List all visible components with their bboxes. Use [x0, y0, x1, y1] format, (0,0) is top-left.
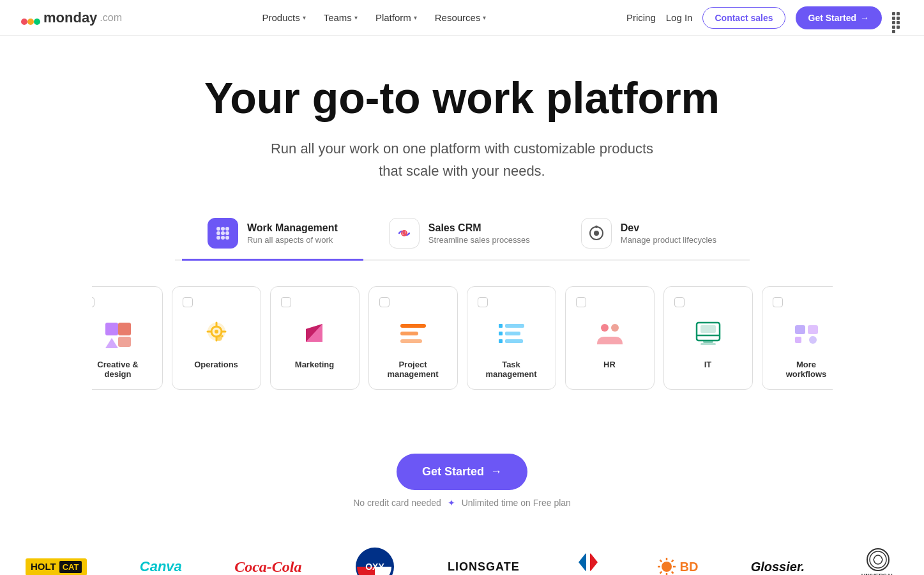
card-icon-project [379, 314, 447, 353]
card-label-marketing: Marketing [281, 360, 349, 369]
svg-rect-16 [118, 323, 131, 335]
svg-point-51 [809, 336, 817, 344]
svg-text:OXY: OXY [365, 562, 384, 572]
svg-rect-35 [499, 324, 503, 328]
hero-section: Your go-to work platform Run all your wo… [0, 36, 924, 434]
canva-logo: Canva [140, 558, 182, 575]
nav-login[interactable]: Log In [666, 12, 693, 23]
products-chevron-icon: ▾ [303, 14, 306, 21]
product-tabs: Work Management Run all aspects of work … [175, 208, 750, 261]
svg-line-29 [222, 335, 223, 337]
nav-platform[interactable]: Platform ▾ [375, 12, 417, 23]
card-label-it: IT [674, 360, 742, 369]
nav-pricing[interactable]: Pricing [626, 12, 656, 23]
tab-dev[interactable]: Dev Manage product lifecycles [556, 208, 742, 261]
svg-rect-48 [795, 325, 805, 334]
svg-rect-38 [505, 332, 520, 335]
svg-line-64 [660, 572, 662, 574]
svg-point-7 [221, 231, 225, 235]
svg-point-54 [585, 548, 591, 555]
svg-point-5 [225, 227, 229, 231]
svg-rect-50 [795, 337, 801, 343]
card-checkbox-it[interactable] [674, 297, 685, 307]
card-icon-operations [183, 314, 250, 353]
logo-oxy-wrapper: OXY [354, 546, 395, 575]
resources-chevron-icon: ▾ [483, 14, 486, 21]
card-icon-creative [92, 314, 152, 353]
svg-point-65 [870, 551, 886, 568]
logo-holt: HOLTCAT [26, 558, 87, 575]
card-operations[interactable]: Operations [172, 286, 261, 390]
logo-cocacola: Coca-Cola [234, 558, 301, 575]
card-label-hr: HR [576, 360, 644, 369]
teams-chevron-icon: ▾ [354, 14, 358, 21]
card-label-task: Task management [478, 360, 545, 379]
nav-teams[interactable]: Teams ▾ [324, 12, 358, 23]
card-icon-marketing [281, 314, 349, 353]
svg-rect-34 [400, 339, 422, 343]
cta-section: Get Started → No credit card needed ✦ Un… [0, 434, 924, 521]
card-checkbox-task[interactable] [478, 297, 488, 307]
umg-logo: UNIVERSALMUSIC GROUP [857, 548, 898, 575]
card-icon-task [478, 314, 545, 353]
carrefour-icon [572, 546, 604, 575]
svg-point-56 [662, 562, 672, 572]
contact-sales-button[interactable]: Contact sales [702, 7, 785, 29]
card-checkbox-project[interactable] [379, 297, 390, 307]
card-label-operations: Operations [183, 360, 250, 369]
card-creative-design[interactable]: Creative & design [92, 286, 163, 390]
card-more-workflows[interactable]: More workflows [762, 286, 833, 390]
dev-text: Dev Manage product lifecycles [621, 222, 716, 245]
cta-arrow-icon: → [490, 465, 502, 479]
logo-carrefour: Carrefour [572, 546, 604, 575]
svg-rect-45 [701, 325, 716, 333]
svg-rect-37 [499, 332, 503, 335]
card-checkbox-hr[interactable] [576, 297, 586, 307]
navbar: monday.com Products ▾ Teams ▾ Platform ▾… [0, 0, 924, 36]
svg-point-14 [594, 231, 599, 236]
logo[interactable]: monday.com [20, 8, 122, 28]
tab-work-management[interactable]: Work Management Run all aspects of work [182, 208, 363, 261]
hero-headline: Your go-to work platform [13, 74, 911, 122]
svg-marker-18 [105, 338, 118, 348]
logo-text: monday [43, 10, 97, 26]
nav-products[interactable]: Products ▾ [262, 12, 305, 23]
card-checkbox-more[interactable] [773, 297, 783, 307]
svg-point-1 [27, 19, 34, 25]
card-icon-hr [576, 314, 644, 353]
grid-menu-icon[interactable] [892, 12, 904, 24]
svg-point-15 [595, 226, 598, 228]
svg-point-0 [21, 19, 27, 25]
cta-note: No credit card needed ✦ Unlimited time o… [13, 498, 911, 508]
svg-point-41 [601, 324, 609, 332]
svg-rect-32 [400, 324, 426, 328]
get-started-nav-button[interactable]: Get Started → [796, 6, 882, 29]
logo-canva: Canva [140, 558, 182, 575]
card-project-management[interactable]: Project management [368, 286, 458, 390]
umg-circle [867, 548, 890, 571]
card-checkbox-marketing[interactable] [281, 297, 291, 307]
svg-point-2 [34, 19, 40, 25]
bd-sun-icon [656, 556, 677, 575]
card-task-management[interactable]: Task management [467, 286, 556, 390]
card-icon-it [674, 314, 742, 353]
logo-suffix: .com [100, 12, 122, 24]
tab-sales-crm[interactable]: Sales CRM Streamline sales processes [363, 208, 556, 261]
svg-rect-46 [703, 341, 713, 343]
card-icon-more [773, 314, 833, 353]
svg-point-9 [216, 236, 220, 240]
card-hr[interactable]: HR [565, 286, 655, 390]
get-started-main-button[interactable]: Get Started → [397, 454, 527, 490]
card-checkbox-creative[interactable] [92, 297, 95, 307]
card-checkbox-operations[interactable] [183, 297, 193, 307]
svg-rect-47 [701, 343, 716, 345]
card-marketing[interactable]: Marketing [270, 286, 360, 390]
card-label-more: More workflows [773, 360, 833, 379]
svg-point-6 [216, 231, 220, 235]
svg-point-42 [611, 324, 619, 332]
dev-icon [581, 218, 612, 249]
nav-right: Pricing Log In Contact sales Get Started… [626, 6, 904, 29]
umg-text: UNIVERSALMUSIC GROUP [857, 572, 898, 575]
nav-resources[interactable]: Resources ▾ [435, 12, 487, 23]
card-it[interactable]: IT [663, 286, 753, 390]
